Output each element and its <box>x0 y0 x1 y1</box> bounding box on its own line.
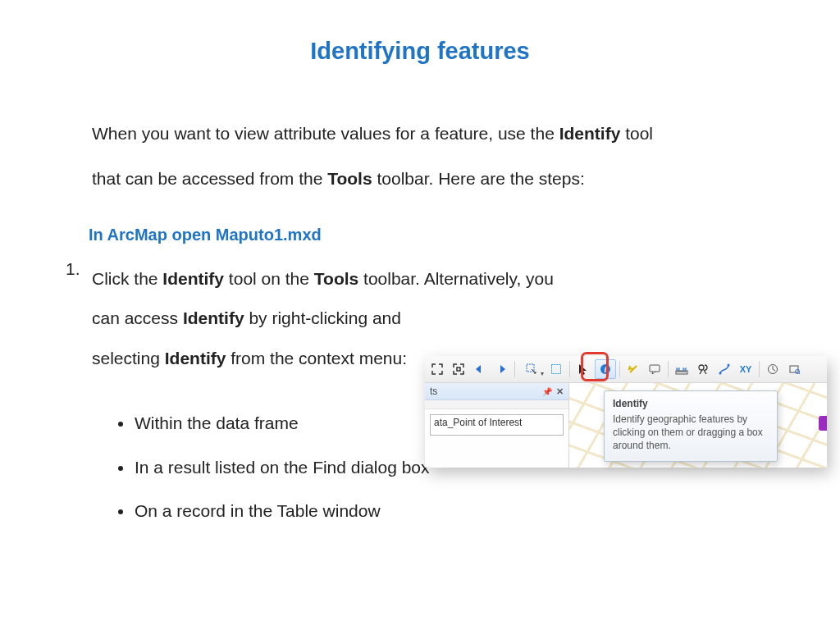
step-seg1c: tool on the <box>224 269 314 288</box>
step-seg2c: by right-clicking and <box>244 308 401 327</box>
create-viewer-icon[interactable] <box>784 360 804 378</box>
toolbar-separator <box>619 361 620 377</box>
step-seg1e: toolbar. Alternatively, you <box>358 269 554 288</box>
close-icon[interactable]: ✕ <box>556 386 564 396</box>
pin-icon[interactable]: 📌 <box>542 387 552 396</box>
bullet-list: Within the data frame In a result listed… <box>115 410 430 542</box>
tooltip-title: Identify <box>613 398 769 409</box>
step-seg2a: can access <box>92 308 183 327</box>
full-extent-icon[interactable] <box>427 360 447 378</box>
hyperlink-icon[interactable] <box>623 360 643 378</box>
intro-paragraph: When you want to view attribute values f… <box>92 112 748 201</box>
find-route-icon[interactable] <box>714 360 734 378</box>
toolbar-separator <box>759 361 760 377</box>
panel-title: ts <box>430 383 437 399</box>
intro-text-1a: When you want to view attribute values f… <box>92 124 559 143</box>
svg-rect-10 <box>790 366 798 372</box>
svg-point-11 <box>796 370 800 374</box>
bullet-item: On a record in the Table window <box>115 498 430 524</box>
bullet-dot-icon <box>118 509 123 514</box>
slide-title: Identifying features <box>0 38 840 65</box>
red-highlight-box <box>581 352 609 381</box>
layer-name-field[interactable]: ata_Point of Interest <box>430 414 564 436</box>
arcmap-screenshot: ▾ i <box>425 356 827 467</box>
panel-header: ts 📌 ✕ <box>425 383 568 400</box>
step-seg1d: Tools <box>314 269 358 288</box>
svg-point-8 <box>728 364 730 367</box>
map-edge-badge <box>819 416 827 431</box>
intro-bold-tools: Tools <box>327 169 372 188</box>
bullet-text: On a record in the Table window <box>135 501 381 520</box>
bullet-item: In a result listed on the Find dialog bo… <box>115 454 430 481</box>
tools-toolbar: ▾ i <box>425 356 827 383</box>
toolbar-separator <box>668 361 669 377</box>
slide: Identifying features When you want to vi… <box>0 0 840 630</box>
back-extent-icon[interactable] <box>470 360 490 378</box>
clear-selection-icon[interactable] <box>546 360 566 378</box>
tooltip-body: Identify geographic features by clicking… <box>613 413 769 453</box>
toolbar-separator <box>514 361 515 377</box>
svg-rect-5 <box>650 365 660 372</box>
svg-rect-0 <box>457 368 460 371</box>
identify-tooltip: Identify Identify geographic features by… <box>604 390 778 462</box>
bullet-dot-icon <box>118 422 123 427</box>
step-number: 1. <box>66 259 80 279</box>
intro-bold-identify: Identify <box>559 124 621 143</box>
svg-rect-2 <box>552 365 561 374</box>
fixed-zoom-icon[interactable] <box>449 360 468 378</box>
step-seg1a: Click the <box>92 269 162 288</box>
html-popup-icon[interactable] <box>645 360 664 378</box>
forward-extent-icon[interactable] <box>491 360 511 378</box>
find-icon[interactable] <box>693 360 713 378</box>
svg-point-7 <box>719 372 722 375</box>
go-to-xy-icon[interactable]: XY <box>736 360 756 378</box>
table-of-contents-panel: ts 📌 ✕ ata_Point of Interest <box>425 383 569 468</box>
dropdown-arrow-icon: ▾ <box>541 370 544 377</box>
intro-text-2b: toolbar. Here are the steps: <box>372 169 585 188</box>
step-seg2b: Identify <box>183 308 244 327</box>
intro-text-2a: that can be accessed from the <box>92 169 327 188</box>
select-features-icon[interactable]: ▾ <box>518 360 545 378</box>
bullet-text: In a result listed on the Find dialog bo… <box>135 458 430 477</box>
time-slider-icon[interactable] <box>763 360 783 378</box>
measure-icon[interactable] <box>672 360 692 378</box>
intro-text-1b: tool <box>620 124 653 143</box>
step-seg1b: Identify <box>162 269 224 288</box>
panel-toolbar <box>425 400 568 409</box>
step-seg3b: Identify <box>165 349 231 368</box>
step-seg3c: from the context menu: <box>231 349 407 368</box>
toolbar-separator <box>569 361 570 377</box>
bullet-dot-icon <box>118 466 123 471</box>
bullet-item: Within the data frame <box>115 410 430 436</box>
sub-heading: In ArcMap open Maputo1.mxd <box>89 226 322 244</box>
bullet-text: Within the data frame <box>135 413 299 432</box>
step-seg3a: selecting <box>92 349 165 368</box>
